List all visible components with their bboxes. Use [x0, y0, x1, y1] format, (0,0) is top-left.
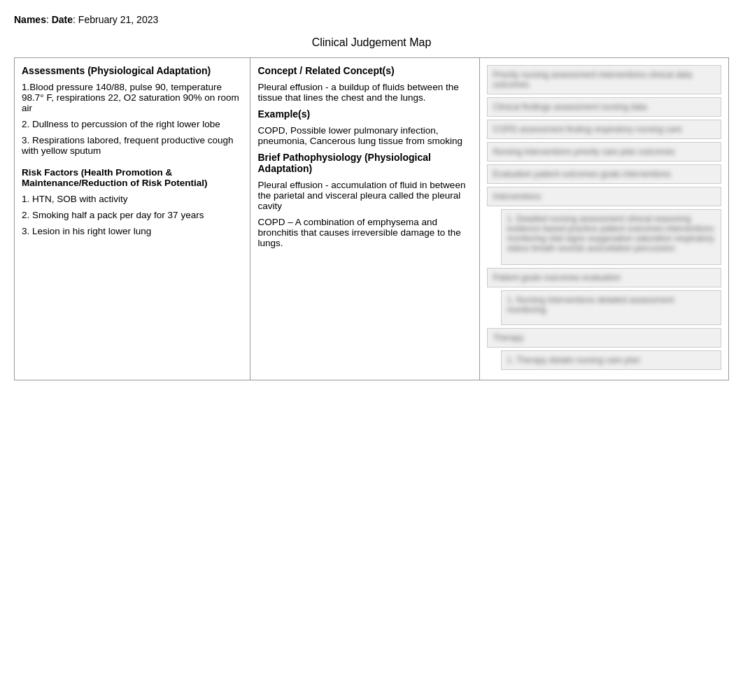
right-row-5: Evaluation patient outcomes goals interv… — [487, 164, 722, 184]
patho-text-2: COPD – A combination of emphysema and br… — [257, 217, 472, 248]
page-title: Clinical Judgement Map — [14, 36, 729, 49]
mid-column: Concept / Related Concept(s) Pleural eff… — [250, 58, 479, 380]
right-row-2-text: Clinical findings assessment nursing dat… — [493, 102, 647, 112]
right-row-4: Nursing interventions priority care plan… — [487, 142, 722, 162]
right-row-3-text: COPD assessment finding respiratory nurs… — [493, 124, 682, 134]
right-col-content: Priority nursing assessment intervention… — [487, 65, 722, 370]
assessment-item-3: 3. Respirations labored, frequent produc… — [22, 135, 243, 156]
right-row-8-text: Patient goals outcomes evaluation — [493, 273, 621, 283]
colon: : — [46, 14, 49, 25]
right-row-6: Interventions — [487, 187, 722, 206]
assessments-heading: Assessments (Physiological Adaptation) — [22, 65, 243, 76]
right-row-1-text: Priority nursing assessment intervention… — [493, 70, 693, 90]
risk-item-1: 1. HTN, SOB with activity — [22, 194, 243, 204]
patho-heading: Brief Pathophysiology (Physiological Ada… — [257, 152, 472, 174]
patho-text-1: Pleural effusion - accumulation of fluid… — [257, 180, 472, 211]
date-label: Date — [52, 14, 73, 25]
right-row-7: 1. Detailed nursing assessment clinical … — [501, 209, 722, 265]
right-row-2: Clinical findings assessment nursing dat… — [487, 97, 722, 117]
date-value: February 21, 2023 — [78, 14, 158, 25]
right-row-11-text: 1. Therapy details nursing care plan — [507, 355, 641, 365]
assessment-item-1: 1.Blood pressure 140/88, pulse 90, tempe… — [22, 82, 243, 113]
risk-item-2: 2. Smoking half a pack per day for 37 ye… — [22, 210, 243, 220]
right-row-8: Patient goals outcomes evaluation — [487, 268, 722, 287]
examples-text: COPD, Possible lower pulmonary infection… — [257, 125, 472, 146]
right-row-10: Therapy — [487, 328, 722, 348]
concept-text: Pleural effusion - a buildup of fluids b… — [257, 82, 472, 103]
right-row-11: 1. Therapy details nursing care plan — [501, 350, 722, 370]
right-row-5-text: Evaluation patient outcomes goals interv… — [493, 169, 671, 179]
left-column: Assessments (Physiological Adaptation) 1… — [15, 58, 250, 380]
right-row-4-text: Nursing interventions priority care plan… — [493, 147, 675, 157]
right-row-1: Priority nursing assessment intervention… — [487, 65, 722, 94]
right-row-7-text: 1. Detailed nursing assessment clinical … — [507, 214, 714, 253]
right-row-9: 1. Nursing interventions detailed assess… — [501, 290, 722, 325]
right-row-10-text: Therapy — [493, 333, 524, 343]
examples-heading: Example(s) — [257, 108, 472, 120]
names-label: Names — [14, 14, 46, 25]
right-column: Priority nursing assessment intervention… — [479, 58, 729, 380]
risk-heading: Risk Factors (Health Promotion & Mainten… — [22, 167, 243, 188]
right-row-9-text: 1. Nursing interventions detailed assess… — [507, 295, 674, 315]
right-row-6-text: Interventions — [493, 192, 542, 201]
main-table: Assessments (Physiological Adaptation) 1… — [14, 57, 729, 380]
risk-item-3: 3. Lesion in his right lower lung — [22, 226, 243, 236]
right-row-3: COPD assessment finding respiratory nurs… — [487, 120, 722, 139]
concept-heading: Concept / Related Concept(s) — [257, 65, 472, 76]
assessment-item-2: 2. Dullness to percussion of the right l… — [22, 119, 243, 129]
header: Names: Date: February 21, 2023 — [14, 14, 729, 25]
